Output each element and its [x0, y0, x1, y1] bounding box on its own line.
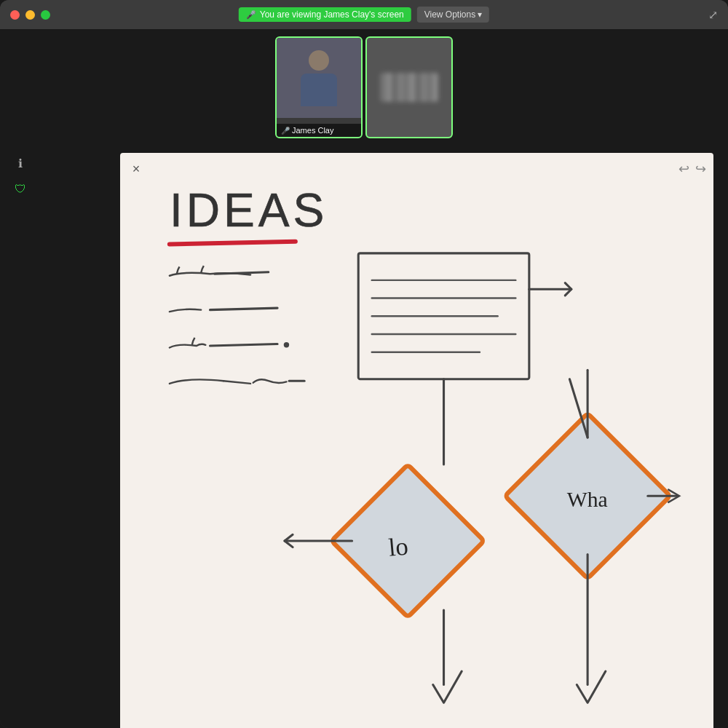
video-strip: 🎤 James Clay — [0, 29, 728, 146]
james-clay-name-bar: 🎤 James Clay — [277, 124, 361, 137]
whiteboard-close-button[interactable]: × — [127, 160, 145, 178]
redo-button[interactable]: ↪ — [695, 161, 706, 177]
james-clay-avatar — [277, 38, 361, 118]
mac-window-buttons — [10, 10, 50, 20]
viewing-text: You are viewing James Clay's screen — [260, 9, 404, 20]
view-options-chevron: ▾ — [478, 9, 482, 20]
svg-line-1 — [170, 242, 296, 245]
whiteboard-toolbar-top: × ↩ ↪ — [127, 160, 706, 178]
view-options-label: View Options — [424, 9, 475, 20]
james-clay-name: James Clay — [292, 126, 333, 135]
svg-point-5 — [284, 342, 289, 347]
titlebar-center: 🎤 You are viewing James Clay's screen Vi… — [239, 7, 489, 23]
svg-text:lo: lo — [387, 532, 409, 561]
undo-button[interactable]: ↩ — [678, 161, 689, 177]
info-icon[interactable]: ℹ — [10, 153, 31, 173]
video-thumbnails: 🎤 James Clay — [275, 36, 453, 138]
mac-minimize-button[interactable] — [25, 10, 35, 20]
video-thumb-secondary[interactable] — [365, 36, 453, 138]
mac-close-button[interactable] — [10, 10, 20, 20]
svg-line-4 — [210, 344, 277, 346]
left-sidebar: ℹ 🛡 — [10, 153, 31, 199]
svg-text:IDEAS: IDEAS — [170, 184, 328, 237]
whiteboard-container: × ↩ ↪ IDEAS — [0, 146, 728, 728]
mac-maximize-button[interactable] — [41, 10, 50, 20]
mac-titlebar: 🎤 You are viewing James Clay's screen Vi… — [0, 0, 728, 29]
whiteboard-close-label: × — [132, 162, 141, 177]
expand-icon[interactable]: ⤢ — [708, 8, 718, 22]
video-thumb-james-clay[interactable]: 🎤 James Clay — [275, 36, 363, 138]
shield-icon[interactable]: 🛡 — [10, 179, 31, 199]
whiteboard-drawing: IDEAS — [120, 153, 713, 728]
svg-rect-18 — [331, 464, 484, 617]
avatar-head — [309, 50, 329, 71]
avatar-body — [301, 74, 337, 106]
whiteboard[interactable]: × ↩ ↪ IDEAS — [120, 153, 713, 728]
redo-label: ↪ — [695, 162, 706, 176]
svg-text:Wha: Wha — [567, 488, 608, 511]
mac-window: 🎤 You are viewing James Clay's screen Vi… — [0, 0, 728, 728]
muted-icon: 🎤 — [281, 127, 290, 135]
svg-line-6 — [223, 381, 250, 384]
svg-line-3 — [210, 308, 277, 309]
mic-icon: 🎤 — [246, 10, 256, 20]
viewing-badge: 🎤 You are viewing James Clay's screen — [239, 7, 411, 22]
whiteboard-history-buttons: ↩ ↪ — [678, 161, 706, 177]
undo-label: ↩ — [678, 162, 689, 176]
blurred-content — [380, 73, 438, 102]
main-content: 🎤 James Clay ℹ 🛡 × — [0, 29, 728, 728]
view-options-button[interactable]: View Options ▾ — [417, 7, 489, 23]
